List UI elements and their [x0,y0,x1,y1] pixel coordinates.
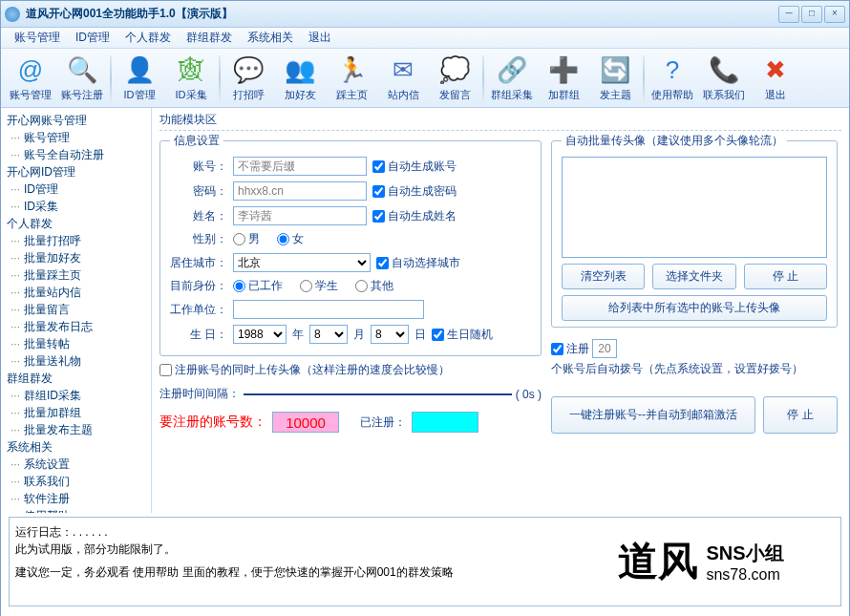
log-line-2: 此为试用版，部分功能限制了。 [15,541,558,558]
tree-item-使用帮助[interactable]: 使用帮助 [7,507,145,513]
status-student-radio[interactable]: 学生 [300,278,338,294]
avatar-stop-button[interactable]: 停 止 [744,264,827,289]
toolbar-加群组[interactable]: ➕加群组 [538,52,589,105]
dial-count-input[interactable] [592,339,617,358]
menu-群组群发[interactable]: 群组群发 [179,28,240,48]
tree-item-批量踩主页[interactable]: 批量踩主页 [7,266,145,284]
gender-male-radio[interactable]: 男 [233,231,260,247]
tree-开心网ID管理[interactable]: 开心网ID管理 [7,163,145,181]
toolbar-踩主页[interactable]: 🏃踩主页 [326,52,377,105]
toolbar-打招呼[interactable]: 💬打招呼 [223,52,274,105]
avatar-legend: 自动批量传头像（建议使用多个头像轮流） [562,133,787,149]
menu-系统相关[interactable]: 系统相关 [240,28,301,48]
menu-ID管理[interactable]: ID管理 [68,28,117,48]
tree-item-批量发布日志[interactable]: 批量发布日志 [7,318,145,335]
tree-item-账号全自动注册[interactable]: 账号全自动注册 [7,146,145,163]
register-button[interactable]: 一键注册账号--并自动到邮箱激活 [551,396,755,434]
tree-系统相关[interactable]: 系统相关 [7,438,145,456]
tree-开心网账号管理[interactable]: 开心网账号管理 [7,112,145,129]
minimize-button[interactable]: ─ [778,6,799,23]
status-work-radio[interactable]: 已工作 [233,278,283,294]
password-label: 密码： [170,183,227,200]
tree-item-系统设置[interactable]: 系统设置 [7,456,145,473]
auto-dial-check[interactable]: 注册 个账号后自动拨号（先点系统设置，设置好拨号） [551,339,838,377]
gender-label: 性别： [170,231,227,247]
tree-item-ID采集[interactable]: ID采集 [7,198,145,215]
tree-item-群组ID采集[interactable]: 群组ID采集 [7,387,145,404]
toolbar-群组采集[interactable]: 🔗群组采集 [486,52,538,105]
toolbar-发主题[interactable]: 🔄发主题 [589,52,641,105]
count-value[interactable]: 10000 [272,412,339,433]
city-label: 居住城市： [170,255,227,271]
registered-value [412,412,478,433]
auto-city-check[interactable]: 自动选择城市 [376,255,460,271]
register-stop-button[interactable]: 停 止 [763,396,838,434]
month-select[interactable]: 8 [309,325,348,344]
toolbar-加好友[interactable]: 👥加好友 [274,52,326,105]
menu-个人群发[interactable]: 个人群发 [117,28,179,48]
interval-slider[interactable] [244,388,512,401]
logo-image: 道风 SNS小组 sns78.com [567,523,835,600]
city-select[interactable]: 北京 [233,253,371,272]
work-label: 工作单位： [170,302,227,318]
toolbar: @账号管理🔍账号注册👤ID管理🕸ID采集💬打招呼👥加好友🏃踩主页✉站内信💭发留言… [1,49,849,108]
toolbar-ID采集[interactable]: 🕸ID采集 [165,52,217,105]
发留言-icon: 💭 [438,54,471,87]
退出-icon: ✖ [759,54,792,87]
clear-list-button[interactable]: 清空列表 [562,264,645,289]
tree-item-ID管理[interactable]: ID管理 [7,181,145,198]
tree-item-批量打招呼[interactable]: 批量打招呼 [7,232,145,249]
birth-label: 生 日： [170,327,227,343]
upload-avatar-button[interactable]: 给列表中所有选中的账号上传头像 [562,295,827,321]
choose-folder-button[interactable]: 选择文件夹 [652,264,735,289]
gender-female-radio[interactable]: 女 [277,231,304,247]
tree-item-批量转帖[interactable]: 批量转帖 [7,335,145,352]
tree-item-批量加群组[interactable]: 批量加群组 [7,404,145,421]
tree-item-软件注册[interactable]: 软件注册 [7,490,145,507]
使用帮助-icon: ? [656,54,689,87]
password-input[interactable] [233,181,367,201]
tree-item-联系我们[interactable]: 联系我们 [7,473,145,490]
sidebar-tree: 开心网账号管理账号管理账号全自动注册开心网ID管理ID管理ID采集个人群发批量打… [1,108,152,513]
birth-random-check[interactable]: 生日随机 [432,327,493,343]
toolbar-使用帮助[interactable]: ?使用帮助 [647,52,698,105]
auto-password-check[interactable]: 自动生成密码 [372,183,457,200]
tree-item-批量发布主题[interactable]: 批量发布主题 [7,421,145,438]
close-button[interactable]: × [824,6,845,23]
footer-link[interactable]: 人人网超级ID采集器【下载】---突破500人限制，全程高速采集，精准网络营销必… [1,610,849,616]
avatar-list[interactable] [562,157,827,258]
status-other-radio[interactable]: 其他 [355,278,393,294]
module-area-label: 功能模块区 [159,112,841,131]
tree-个人群发[interactable]: 个人群发 [7,215,145,232]
toolbar-联系我们[interactable]: 📞联系我们 [698,52,750,105]
auto-account-check[interactable]: 自动生成账号 [372,159,457,175]
auto-name-check[interactable]: 自动生成姓名 [372,208,457,224]
year-select[interactable]: 1988 [233,325,287,344]
tree-item-批量站内信[interactable]: 批量站内信 [7,284,145,301]
toolbar-账号注册[interactable]: 🔍账号注册 [56,52,108,105]
发主题-icon: 🔄 [599,54,631,87]
menu-账号管理[interactable]: 账号管理 [7,28,68,48]
info-legend: 信息设置 [170,133,223,149]
tree-群组群发[interactable]: 群组群发 [7,370,145,387]
work-input[interactable] [233,300,424,319]
toolbar-ID管理[interactable]: 👤ID管理 [114,52,165,105]
upload-avatar-reg-check[interactable]: 注册账号的同时上传头像（这样注册的速度会比较慢） [159,362,542,378]
toolbar-发留言[interactable]: 💭发留言 [429,52,480,105]
tree-item-批量送礼物[interactable]: 批量送礼物 [7,352,145,370]
name-input[interactable] [233,206,367,225]
tree-item-批量留言[interactable]: 批量留言 [7,301,145,318]
menu-退出[interactable]: 退出 [301,28,339,48]
account-input[interactable] [233,157,367,176]
站内信-icon: ✉ [387,54,419,87]
toolbar-退出[interactable]: ✖退出 [750,52,801,105]
加好友-icon: 👥 [284,54,316,87]
maximize-button[interactable]: □ [801,6,822,23]
联系我们-icon: 📞 [708,54,740,87]
titlebar: 道风开心网001全功能助手1.0【演示版】 ─ □ × [1,1,849,28]
toolbar-站内信[interactable]: ✉站内信 [377,52,429,105]
day-select[interactable]: 8 [371,325,409,344]
toolbar-账号管理[interactable]: @账号管理 [5,52,56,105]
tree-item-批量加好友[interactable]: 批量加好友 [7,249,145,266]
tree-item-账号管理[interactable]: 账号管理 [7,129,145,146]
